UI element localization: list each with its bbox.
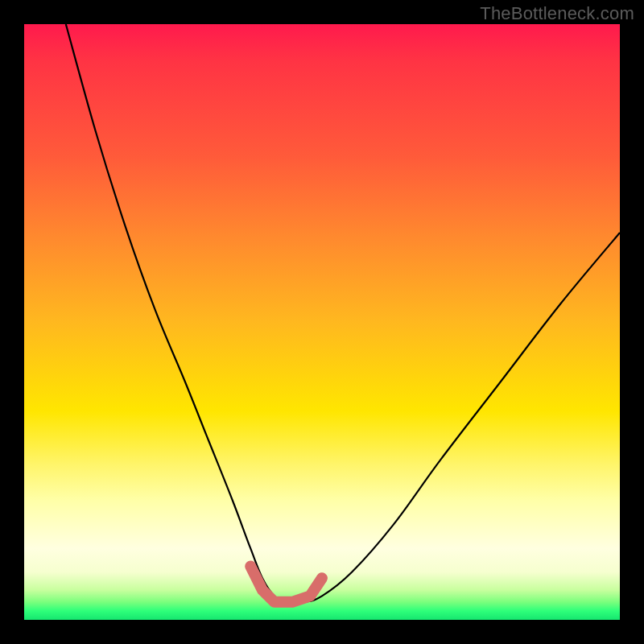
plot-area [24,24,620,620]
chart-frame: TheBottleneck.com [0,0,644,644]
curve-layer [24,24,620,620]
highlight-segment [250,566,322,601]
bottleneck-curve [66,24,620,603]
watermark-text: TheBottleneck.com [480,3,634,24]
